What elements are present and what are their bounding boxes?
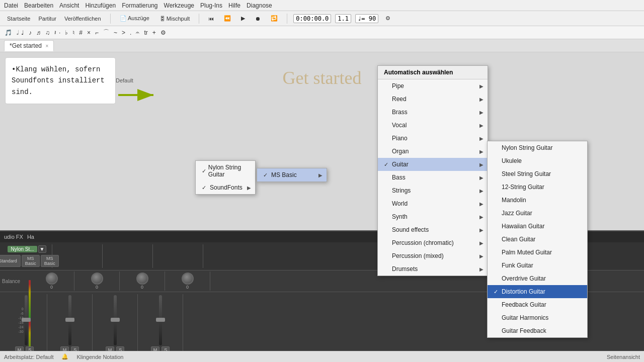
feedback-guitar-item[interactable]: Feedback Guitar [488, 298, 587, 311]
note-tool-3[interactable]: ♩ [20, 29, 26, 37]
fader-handle-2[interactable] [65, 318, 74, 322]
play-button[interactable]: ▶ [238, 14, 248, 23]
menu-diagnose[interactable]: Diagnose [247, 2, 272, 9]
brass-item[interactable]: Brass ▶ [378, 106, 488, 119]
channel-1-standard-btn[interactable]: Standard [0, 255, 21, 267]
clean-guitar-item[interactable]: Clean Guitar [488, 233, 587, 246]
excerpt-button[interactable]: 📄 Auszüge [117, 14, 152, 23]
fader-track-2 [68, 295, 71, 345]
soundfonts-submenu: ✓ Nylon String Guitar ✓ SoundFonts ▶ [195, 160, 256, 195]
synth-label: Synth [392, 213, 408, 220]
guitar-harmonics-item[interactable]: Guitar Harmonics [488, 311, 587, 324]
fader-handle-4[interactable] [156, 318, 165, 322]
rewind-button[interactable]: ⏮ [205, 15, 217, 23]
piano-item[interactable]: Piano ▶ [378, 132, 488, 145]
beam-tool[interactable]: ⌐ [94, 29, 100, 37]
staccato-tool[interactable]: . [128, 29, 133, 37]
menu-plugins[interactable]: Plug-Ins [200, 2, 222, 9]
note-tool-5[interactable]: ♬ [35, 29, 42, 37]
menu-werkzeuge[interactable]: Werkzeuge [164, 2, 194, 9]
soundfonts-item[interactable]: ✓ SoundFonts ▶ [196, 181, 255, 194]
ms-basic-item[interactable]: ✓ MS Basic ▶ [257, 168, 327, 182]
nav-tabs: Startseite Partitur Veröffentlichen [4, 15, 104, 23]
pipe-item[interactable]: Pipe ▶ [378, 79, 488, 93]
bass-item[interactable]: Bass ▶ [378, 171, 488, 184]
percussion-chromatic-item[interactable]: Percussion (chromatic) ▶ [378, 236, 488, 249]
soundfonts-nylon-item[interactable]: ✓ Nylon String Guitar [196, 161, 255, 181]
menu-ansicht[interactable]: Ansicht [59, 2, 79, 9]
synth-item[interactable]: Synth ▶ [378, 210, 488, 223]
guitar-feedback-item[interactable]: Guitar Feedback [488, 324, 587, 337]
channel-1-knob[interactable] [46, 273, 58, 285]
mandolin-label: Mandolin [502, 197, 526, 204]
menu-hilfe[interactable]: Hilfe [228, 2, 240, 9]
trill-tool[interactable]: tr [142, 29, 149, 37]
mixer-button[interactable]: 🎛 Mischpult [156, 15, 193, 23]
tab-partitur[interactable]: Partitur [35, 15, 59, 23]
natural-tool[interactable]: ♮ [71, 29, 76, 37]
vocal-arrow-icon: ▶ [479, 123, 484, 128]
auto-select-item[interactable]: Automatisch auswählen [378, 66, 488, 79]
fader-handle-1[interactable] [22, 318, 31, 322]
steel-string-item[interactable]: Steel String Guitar [488, 167, 587, 180]
jazz-guitar-item[interactable]: Jazz Guitar [488, 207, 587, 220]
settings-button[interactable]: ⚙ [382, 14, 393, 23]
note-tool-1[interactable]: 🎵 [3, 29, 14, 37]
note-tool-6[interactable]: ♫ [44, 29, 51, 37]
channel-1-ms-basic-btn[interactable]: MS Basic [22, 255, 40, 267]
guitar-feedback-label: Guitar Feedback [502, 327, 546, 334]
reed-item[interactable]: Reed ▶ [378, 93, 488, 106]
score-tab[interactable]: *Get started × [4, 40, 54, 51]
accent-tool[interactable]: > [120, 29, 127, 37]
channel-3-knob[interactable] [136, 273, 148, 285]
settings-note-tool[interactable]: ⚙ [159, 29, 168, 37]
funk-guitar-item[interactable]: Funk Guitar [488, 259, 587, 272]
organ-item[interactable]: Organ ▶ [378, 145, 488, 158]
palm-muted-item[interactable]: Palm Muted Guitar [488, 246, 587, 259]
mandolin-item[interactable]: Mandolin [488, 194, 587, 207]
slur-tool[interactable]: ⌒ [102, 28, 111, 37]
tie-tool[interactable]: ~ [112, 29, 119, 37]
channel-4-knob[interactable] [182, 273, 194, 285]
tab-veroeffentlichen[interactable]: Veröffentlichen [61, 15, 104, 23]
hawaiian-guitar-item[interactable]: Hawaiian Guitar [488, 220, 587, 233]
ukulele-item[interactable]: Ukulele [488, 154, 587, 167]
world-item[interactable]: World ▶ [378, 197, 488, 210]
default-label: Default [116, 77, 133, 83]
loop-button[interactable]: 🔁 [268, 14, 281, 23]
menu-bearbeiten[interactable]: Bearbeiten [24, 2, 53, 9]
ukulele-label: Ukulele [502, 157, 522, 164]
double-sharp-tool[interactable]: × [86, 29, 92, 37]
percussion-mixed-item[interactable]: Percussion (mixed) ▶ [378, 249, 488, 262]
channel-1-sound-btn[interactable]: Nylon St... [8, 246, 37, 252]
channel-2-knob[interactable] [91, 273, 103, 285]
back-button[interactable]: ⏪ [221, 14, 234, 23]
rest-tool[interactable]: 𝄽 [53, 29, 56, 37]
menu-hinzufuegen[interactable]: Hinzufügen [85, 2, 116, 9]
vocal-item[interactable]: Vocal ▶ [378, 119, 488, 132]
strings-item[interactable]: Strings ▶ [378, 184, 488, 197]
sound-effects-item[interactable]: Sound effects ▶ [378, 223, 488, 236]
menu-datei[interactable]: Datei [4, 2, 18, 9]
tab-startseite[interactable]: Startseite [4, 15, 33, 23]
menu-formatierung[interactable]: Formatierung [122, 2, 157, 9]
add-tool[interactable]: + [151, 29, 157, 37]
record-button[interactable]: ⏺ [252, 15, 264, 23]
guitar-item[interactable]: ✓ Guitar ▶ [378, 158, 488, 171]
flat-tool[interactable]: ♭ [63, 29, 69, 37]
distortion-guitar-item[interactable]: ✓ Distortion Guitar [488, 285, 587, 298]
note-tool-2[interactable]: 𝅗𝅥 [15, 29, 18, 37]
fermata-tool[interactable]: 𝄐 [134, 29, 141, 37]
sharp-tool[interactable]: # [77, 29, 84, 37]
overdrive-guitar-item[interactable]: Overdrive Guitar [488, 272, 587, 285]
main-instrument-dropdown: Automatisch auswählen Pipe ▶ Reed ▶ Bras… [377, 65, 488, 276]
note-tool-4[interactable]: ♪ [27, 29, 33, 37]
drumsets-item[interactable]: Drumsets ▶ [378, 262, 488, 276]
tab-close-button[interactable]: × [45, 43, 48, 49]
nylon-string-item[interactable]: Nylon String Guitar [488, 141, 587, 154]
12-string-item[interactable]: 12-String Guitar [488, 180, 587, 194]
dot-tool[interactable]: · [57, 29, 62, 37]
percussion-chromatic-arrow-icon: ▶ [479, 240, 484, 246]
fader-handle-3[interactable] [111, 318, 120, 322]
channel-1-dropdown[interactable]: ▼ [38, 245, 46, 253]
